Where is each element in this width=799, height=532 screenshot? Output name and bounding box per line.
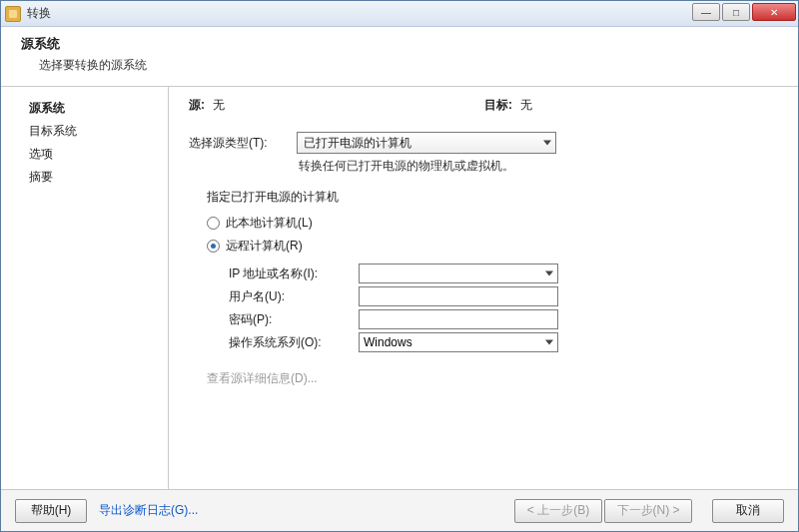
radio-local-row[interactable]: 此本地计算机(L)	[207, 212, 778, 235]
radio-icon	[207, 240, 220, 253]
os-row: 操作系统系列(O): Windows	[229, 332, 778, 352]
radio-remote-row[interactable]: 远程计算机(R)	[207, 235, 778, 258]
cancel-wrap: 取消	[712, 499, 784, 523]
window-controls: — □ ✕	[692, 3, 796, 21]
dest-status: 目标: 无	[484, 97, 532, 114]
ip-row: IP 地址或名称(I):	[229, 264, 778, 283]
step-options[interactable]: 选项	[1, 143, 168, 166]
os-label: 操作系统系列(O):	[229, 334, 359, 351]
help-button[interactable]: 帮助(H)	[15, 499, 87, 523]
cancel-button[interactable]: 取消	[712, 499, 784, 523]
app-icon	[5, 6, 21, 22]
powered-on-group-title: 指定已打开电源的计算机	[207, 189, 778, 206]
minimize-button[interactable]: —	[692, 3, 720, 21]
chevron-down-icon	[545, 271, 553, 276]
source-type-value: 已打开电源的计算机	[304, 135, 411, 152]
wizard-footer: 帮助(H) 导出诊断日志(G)... < 上一步(B) 下一步(N) > 取消	[1, 489, 798, 531]
page-subtitle: 选择要转换的源系统	[39, 57, 782, 74]
status-row: 源: 无 目标: 无	[189, 97, 778, 114]
os-dropdown[interactable]: Windows	[359, 332, 558, 352]
source-status: 源: 无	[189, 97, 225, 114]
username-input[interactable]	[359, 286, 558, 306]
password-row: 密码(P):	[229, 309, 778, 329]
username-label: 用户名(U):	[229, 288, 359, 305]
remote-fields: IP 地址或名称(I): 用户名(U): 密码(P): 操作系统系列(O):	[229, 264, 778, 352]
radio-icon	[207, 217, 220, 230]
wizard-header: 源系统 选择要转换的源系统	[1, 27, 798, 87]
titlebar: 转换 — □ ✕	[1, 1, 798, 27]
source-type-hint: 转换任何已打开电源的物理机或虚拟机。	[299, 158, 778, 175]
step-source-system[interactable]: 源系统	[1, 97, 168, 120]
main-panel: 源: 无 目标: 无 选择源类型(T): 已打开电源的计算机 转换任何已打开电源…	[169, 87, 798, 489]
nav-buttons: < 上一步(B) 下一步(N) >	[514, 499, 692, 523]
step-target-system[interactable]: 目标系统	[1, 120, 168, 143]
radio-group-machine: 此本地计算机(L) 远程计算机(R)	[207, 212, 778, 258]
radio-local-label: 此本地计算机(L)	[226, 215, 313, 232]
chevron-down-icon	[545, 340, 553, 345]
next-button[interactable]: 下一步(N) >	[604, 499, 692, 523]
source-type-row: 选择源类型(T): 已打开电源的计算机	[189, 132, 778, 154]
source-label: 源:	[189, 97, 205, 114]
step-summary[interactable]: 摘要	[1, 166, 168, 189]
page-title: 源系统	[21, 35, 782, 53]
ip-input[interactable]	[359, 264, 558, 283]
password-input[interactable]	[359, 309, 558, 329]
source-type-dropdown[interactable]: 已打开电源的计算机	[297, 132, 556, 154]
back-button[interactable]: < 上一步(B)	[514, 499, 602, 523]
view-source-details-link: 查看源详细信息(D)...	[207, 370, 778, 387]
ip-label: IP 地址或名称(I):	[229, 266, 359, 282]
export-diagnostic-log-link[interactable]: 导出诊断日志(G)...	[99, 502, 198, 519]
radio-remote-label: 远程计算机(R)	[226, 238, 303, 255]
password-label: 密码(P):	[229, 311, 359, 328]
app-window: 转换 — □ ✕ 源系统 选择要转换的源系统 源系统 目标系统 选项 摘要 源:…	[0, 0, 799, 532]
close-button[interactable]: ✕	[752, 3, 796, 21]
os-value: Windows	[364, 335, 412, 349]
dest-label: 目标:	[484, 97, 512, 114]
source-value: 无	[213, 97, 225, 114]
source-type-label: 选择源类型(T):	[189, 135, 297, 152]
username-row: 用户名(U):	[229, 286, 778, 306]
wizard-body: 源系统 目标系统 选项 摘要 源: 无 目标: 无 选择源类型(T): 已打开电…	[1, 87, 798, 489]
chevron-down-icon	[543, 141, 551, 146]
maximize-button[interactable]: □	[722, 3, 750, 21]
steps-sidebar: 源系统 目标系统 选项 摘要	[1, 87, 169, 489]
dest-value: 无	[520, 97, 532, 114]
window-title: 转换	[27, 5, 51, 22]
